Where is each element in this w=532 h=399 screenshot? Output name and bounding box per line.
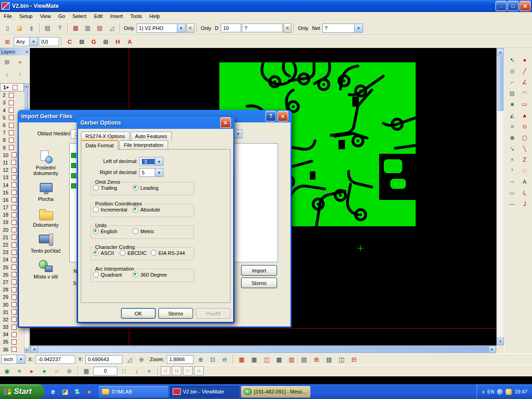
place-m-sta-v-s-ti[interactable]: Místa v síti: [24, 260, 67, 279]
layer-checkbox[interactable]: [12, 309, 17, 314]
y-coordinate-field[interactable]: 0.690643: [85, 355, 122, 364]
layer-checkbox[interactable]: [12, 272, 17, 277]
probe-icon[interactable]: ⊘: [64, 365, 75, 376]
radio-trailing[interactable]: Trailing: [93, 185, 133, 191]
start-button[interactable]: Start: [0, 384, 44, 399]
language-indicator[interactable]: EN: [487, 389, 494, 394]
layer-checkbox[interactable]: [12, 317, 17, 322]
radio-metric[interactable]: Metric: [133, 228, 154, 234]
pattern-black-icon[interactable]: ∷: [172, 366, 181, 375]
marker-icon[interactable]: ▸: [26, 365, 37, 376]
layer-checkbox[interactable]: [9, 115, 14, 120]
layer-checkbox[interactable]: [12, 190, 17, 195]
u-combo[interactable]: (U): [39, 37, 59, 46]
filled-rect-icon[interactable]: ■: [506, 99, 518, 109]
scrollbar-thumb[interactable]: [38, 346, 489, 353]
radio-english[interactable]: English: [93, 228, 133, 234]
place-plocha[interactable]: Plocha: [24, 182, 67, 202]
menu-help[interactable]: Help: [146, 13, 164, 19]
layers-icon[interactable]: ≡: [14, 365, 25, 376]
dcode-filter-field[interactable]: ?: [242, 24, 283, 32]
layer-combo[interactable]: 1) V2.PHO: [137, 24, 186, 33]
layer-checkbox[interactable]: [12, 302, 17, 307]
world-icon[interactable]: ◉: [1, 365, 12, 376]
layer-checkbox[interactable]: [9, 138, 14, 143]
menu-go[interactable]: Go: [54, 13, 69, 19]
select-pointer-icon[interactable]: ↖: [506, 54, 518, 65]
mesh-grid-icon[interactable]: ⊞: [311, 354, 322, 365]
radio-quadrant[interactable]: Quadrant: [93, 272, 133, 278]
tab-data-format[interactable]: Data Format: [81, 140, 118, 150]
layer-checkbox[interactable]: [12, 205, 17, 210]
menu-select[interactable]: Select: [69, 13, 91, 19]
l-shape-icon[interactable]: L: [519, 187, 531, 198]
scrollbar-thumb[interactable]: [497, 56, 503, 111]
tab-file-interpretation[interactable]: File Interpretation: [119, 140, 168, 149]
layer-checkbox[interactable]: [12, 235, 17, 240]
layer-up-icon[interactable]: ↑: [14, 68, 26, 79]
menu-insert[interactable]: Insert: [106, 13, 127, 19]
table-icon[interactable]: ▤: [94, 23, 105, 34]
table2-icon[interactable]: ▦: [81, 365, 92, 376]
dcode-field[interactable]: 10: [221, 24, 241, 32]
left-of-decimal-combo[interactable]: 3: [139, 157, 163, 166]
zoom-in-icon[interactable]: ⊕: [195, 354, 206, 365]
measure-icon[interactable]: ◿: [106, 23, 117, 34]
layer-add-icon[interactable]: +: [14, 56, 26, 67]
minimize-button[interactable]: [496, 1, 507, 11]
menu-file[interactable]: File: [0, 13, 16, 19]
place-dokumenty[interactable]: Dokumenty: [24, 208, 67, 228]
move-icon[interactable]: ↘: [506, 143, 518, 154]
layer-checkbox[interactable]: [9, 123, 14, 128]
radio-absolute[interactable]: Absolute: [133, 206, 160, 212]
chevron-down-icon[interactable]: [155, 157, 163, 165]
folder-launch-icon[interactable]: ◪: [60, 386, 70, 397]
scroll-down-icon[interactable]: ▼: [24, 348, 29, 353]
highlight-icon[interactable]: ▦: [70, 23, 81, 34]
mirror-icon[interactable]: ◭: [506, 110, 518, 121]
layer-checkbox[interactable]: [12, 287, 17, 292]
taskbar-task[interactable]: V2.bin - ViewMate: [170, 386, 239, 398]
layer-checkbox[interactable]: [12, 295, 17, 300]
menu-edit[interactable]: Edit: [90, 13, 106, 19]
pattern-red2-icon[interactable]: ∷: [183, 366, 193, 375]
panel-icon[interactable]: ▭: [506, 187, 518, 198]
star-icon[interactable]: *: [506, 165, 518, 176]
apply-button[interactable]: Použít: [196, 308, 230, 319]
layer-checkbox[interactable]: [12, 212, 17, 218]
ie-icon[interactable]: e: [48, 386, 58, 397]
zigzag-icon[interactable]: Z: [519, 154, 531, 165]
net-grid-icon[interactable]: ⊞: [100, 36, 111, 47]
layer-checkbox[interactable]: [9, 145, 14, 150]
layer-checkbox[interactable]: [9, 93, 14, 98]
scroll-left-icon[interactable]: ◄: [30, 346, 38, 353]
draw-grid-icon[interactable]: ▦: [248, 354, 260, 365]
open-file-icon[interactable]: ◪: [14, 23, 25, 34]
help-button[interactable]: [266, 111, 276, 121]
layer-checkbox[interactable]: [9, 100, 14, 105]
layer-checkbox[interactable]: [9, 130, 14, 135]
a-select-icon[interactable]: A: [124, 36, 135, 47]
layer-checkbox[interactable]: [12, 325, 17, 330]
taskbar-task[interactable]: [191-482-091] - Mess...: [241, 386, 310, 398]
layer-row[interactable]: 36: [0, 346, 24, 353]
close-button[interactable]: [278, 111, 288, 121]
import-button[interactable]: Import: [241, 265, 277, 276]
layer-row[interactable]: 1+: [0, 83, 24, 91]
g-select-icon[interactable]: G: [88, 36, 99, 47]
layer-checkbox[interactable]: [12, 152, 17, 157]
radio-ebcdic[interactable]: EBCDIC: [120, 250, 151, 256]
scroll-up-icon[interactable]: ▲: [24, 84, 29, 89]
slope-icon[interactable]: ◿: [124, 354, 135, 365]
hide-icons-chevron-icon[interactable]: [483, 388, 485, 395]
dash-icon[interactable]: —: [506, 199, 518, 209]
pan-icon[interactable]: +: [144, 365, 155, 376]
traffic-light-icon[interactable]: ●: [39, 365, 50, 376]
columns-icon[interactable]: ▥: [82, 23, 93, 34]
plane-grid-icon[interactable]: ◫: [336, 354, 347, 365]
place-posledn-dokumenty[interactable]: Poslední dokumenty: [24, 151, 67, 176]
layer-checkbox[interactable]: [12, 339, 17, 345]
corner-icon[interactable]: ⌐: [506, 77, 518, 87]
any-combo[interactable]: Any: [14, 37, 38, 46]
only-dcode-label[interactable]: Only: [200, 25, 213, 31]
